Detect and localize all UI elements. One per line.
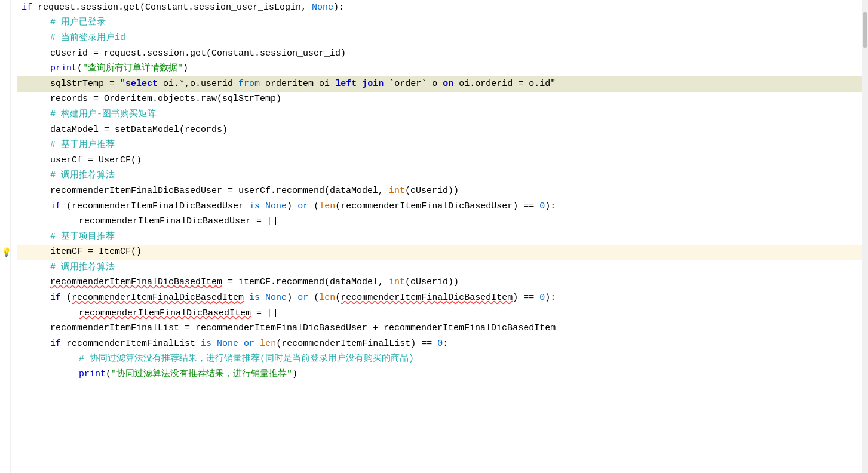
code-line: records = Orderitem.objects.raw(sqlStrTe… — [17, 92, 862, 108]
keyword-none: None — [211, 337, 238, 351]
keyword: if — [50, 337, 61, 351]
code-text: ( — [308, 199, 319, 214]
bulb-gutter-icon: 💡 — [1, 246, 11, 259]
comment: # 协同过滤算法没有推荐结果，进行销量推荐(同时是当前登录用户没有购买的商品) — [79, 352, 414, 366]
code-line: # 调用推荐算法 — [17, 260, 862, 275]
keyword-is: is — [249, 291, 260, 305]
code-text: (recommenderItemFinalList) == — [276, 337, 437, 351]
code-line: cUserid = request.session.get(Constant.s… — [17, 46, 862, 62]
code-text: request.session.get(Constant.session_use… — [32, 1, 312, 15]
left-gutter-strip: 💡 — [0, 0, 11, 473]
comment: # 用户已登录 — [50, 16, 106, 30]
builtin-fn: len — [319, 291, 335, 305]
code-line-sql: sqlStrTemp = "select oi.*,o.userid from … — [17, 76, 862, 92]
code-line: # 当前登录用户id — [17, 30, 862, 46]
code-line: # 协同过滤算法没有推荐结果，进行销量推荐(同时是当前登录用户没有购买的商品) — [17, 352, 862, 367]
builtin-fn: int — [389, 184, 405, 198]
code-text: ) — [183, 62, 188, 76]
keyword-or: or — [297, 291, 308, 305]
code-text: cUserid = request.session.get(Constant.s… — [50, 47, 346, 61]
scrollbar-thumb[interactable] — [863, 12, 867, 48]
code-line: dataModel = setDataModel(records) — [17, 122, 862, 138]
code-text: sqlStrTemp = " — [50, 77, 125, 91]
string: "协同过滤算法没有推荐结果，进行销量推荐" — [111, 367, 292, 382]
code-text: recommenderItemFinalDicBasedItem — [72, 293, 244, 303]
comment: # 调用推荐算法 — [50, 260, 115, 275]
code-line: recommenderItemFinalDicBasedItem = itemC… — [17, 275, 862, 291]
code-text: recommenderItemFinalDicBasedItem — [79, 308, 251, 318]
squiggle-text: recommenderItemFinalDicBasedItem — [72, 291, 244, 305]
code-text: dataModel = setDataModel(records) — [50, 123, 228, 137]
sql-keyword: left join — [335, 77, 384, 91]
keyword: if — [50, 199, 61, 214]
keyword-none: None — [260, 199, 287, 214]
code-content: if request.session.get(Constant.session_… — [11, 0, 862, 473]
code-text: ( — [308, 291, 319, 305]
code-line: # 构建用户-图书购买矩阵 — [17, 107, 862, 122]
code-text: ( — [335, 291, 341, 305]
squiggle-text: recommenderItemFinalDicBasedItem — [341, 291, 513, 305]
keyword: if — [50, 291, 61, 305]
code-text: = itemCF.recommend(dataModel, — [222, 275, 389, 290]
editor-container: 💡 if request.session.get(Constant.sessio… — [0, 0, 868, 473]
code-line: # 基于用户推荐 — [17, 137, 862, 153]
keyword-or: or — [297, 199, 308, 214]
code-line: recommenderItemFinalDicBasedItem = [] — [17, 306, 862, 321]
number: 0 — [539, 291, 545, 305]
keyword-none: None — [260, 291, 287, 305]
code-text: oi.orderid = o.id" — [453, 77, 556, 91]
code-text: recommenderItemFinalList = recommenderIt… — [50, 321, 556, 336]
keyword-none: None — [312, 1, 333, 15]
code-line: if (recommenderItemFinalDicBasedUser is … — [17, 199, 862, 214]
code-line: if recommenderItemFinalList is None or l… — [17, 336, 862, 352]
code-text: records = Orderitem.objects.raw(sqlStrTe… — [50, 92, 281, 106]
keyword-or: or — [244, 337, 254, 351]
code-line: recommenderItemFinalList = recommenderIt… — [17, 321, 862, 336]
sql-keyword: on — [443, 77, 453, 91]
sql-from: from — [238, 77, 260, 91]
code-line: recommenderItemFinalDicBasedUser = userC… — [17, 183, 862, 199]
code-text: ( — [61, 291, 72, 305]
code-text: oi.*,o.userid — [158, 77, 238, 91]
code-line: # 调用推荐算法 — [17, 168, 862, 184]
code-text: ( — [77, 62, 82, 76]
code-text: userCf = UserCF() — [50, 153, 142, 168]
code-line: if (recommenderItemFinalDicBasedItem is … — [17, 290, 862, 306]
code-text: recommenderItemFinalDicBasedItem — [50, 277, 222, 287]
code-text: ) — [292, 367, 297, 382]
scrollbar[interactable] — [862, 0, 868, 473]
code-text: itemCF = ItemCF() — [50, 245, 142, 259]
code-text: orderitem oi — [260, 77, 335, 91]
builtin-fn: int — [389, 275, 405, 290]
number: 0 — [539, 199, 545, 214]
code-text: recommenderItemFinalDicBasedUser = userC… — [50, 184, 389, 198]
keyword-is: is — [201, 337, 211, 351]
code-text: ) == — [513, 291, 539, 305]
squiggle-text: recommenderItemFinalDicBasedItem — [50, 275, 222, 290]
sql-keyword: select — [125, 77, 158, 91]
code-text: (recommenderItemFinalDicBasedUser — [61, 199, 249, 214]
comment: # 构建用户-图书购买矩阵 — [50, 108, 156, 122]
comment: # 基于项目推荐 — [50, 230, 115, 244]
code-line: recommenderItemFinalDicBasedUser = [] — [17, 214, 862, 229]
comment: # 基于用户推荐 — [50, 138, 115, 152]
fn-call: print — [79, 367, 106, 382]
comment: # 调用推荐算法 — [50, 168, 115, 183]
code-line: print("协同过滤算法没有推荐结果，进行销量推荐") — [17, 367, 862, 382]
builtin-fn: len — [319, 199, 335, 214]
code-text — [238, 337, 244, 351]
code-text: recommenderItemFinalList — [61, 337, 201, 351]
code-text: ) — [287, 291, 297, 305]
code-line: userCf = UserCF() — [17, 153, 862, 168]
code-line: print("查询所有订单详情数据") — [17, 61, 862, 76]
code-text: `order` o — [384, 77, 443, 91]
code-text — [254, 337, 260, 351]
code-text: ) — [287, 199, 297, 214]
comment: # 当前登录用户id — [50, 31, 125, 45]
code-text: ( — [106, 367, 111, 382]
keyword-is: is — [249, 199, 260, 214]
code-line: if request.session.get(Constant.session_… — [17, 0, 862, 16]
keyword: if — [22, 1, 32, 15]
fn-call: print — [50, 62, 77, 76]
code-text: ): — [545, 291, 556, 305]
